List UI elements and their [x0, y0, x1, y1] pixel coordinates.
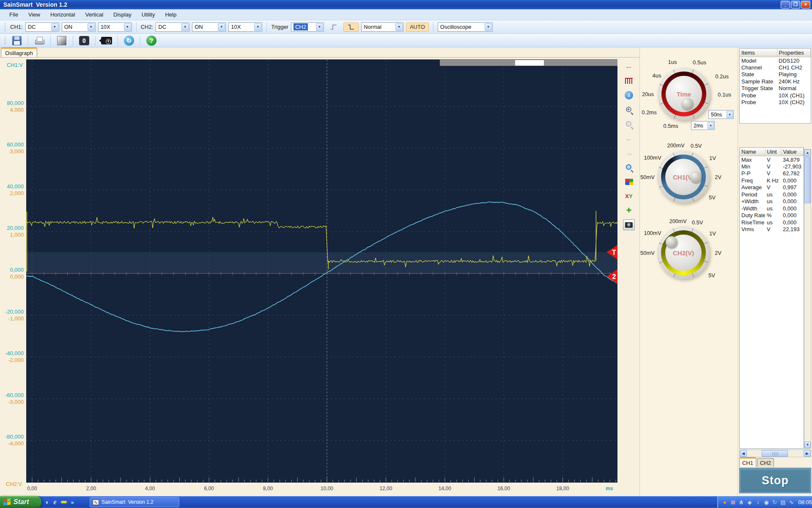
mouse-icon[interactable]: ∿	[788, 499, 795, 505]
volume-icon[interactable]: ♪	[755, 499, 761, 505]
timebase-select[interactable]: 2ms▼	[691, 121, 715, 130]
scrollbar-thumb[interactable]	[804, 157, 811, 203]
table-row[interactable]: Probe10X (CH2)	[740, 99, 811, 106]
taskbar-task-sainsmart[interactable]: ∿ SainSmart Version 1.2	[90, 497, 179, 507]
trigger-mode-select[interactable]: Normal▼	[361, 22, 403, 32]
info-button[interactable]: i	[623, 90, 635, 101]
chevron-down-icon[interactable]: ▼	[88, 23, 95, 31]
table-row[interactable]: ChannelCH1 CH2	[740, 64, 811, 71]
ch2-state-select[interactable]: ON▼	[192, 22, 226, 32]
stop-button[interactable]: Stop	[739, 468, 811, 493]
chevron-down-icon[interactable]: ▼	[395, 23, 403, 31]
panel-hscrollbar[interactable]: ◀ ▶	[739, 450, 811, 457]
snapshot-button[interactable]	[623, 219, 635, 230]
undo-button[interactable]: ←	[623, 133, 635, 144]
scroll-down-icon[interactable]: ▼	[804, 442, 811, 448]
update-icon[interactable]: ●	[721, 499, 728, 505]
plot-scrollbar[interactable]	[440, 60, 617, 66]
scrollbar-thumb[interactable]	[762, 450, 788, 457]
table-row[interactable]: P-PV62,782	[740, 170, 804, 177]
minimize-button[interactable]: _	[781, 1, 790, 8]
menu-utility[interactable]: Utility	[137, 10, 160, 19]
signal-icon[interactable]: ⋔	[738, 499, 744, 505]
zoom-out-button[interactable]: −	[623, 119, 635, 130]
chevron-down-icon[interactable]: ▼	[218, 23, 225, 31]
internet-explorer-icon[interactable]: e	[53, 498, 56, 506]
time-knob-indicator[interactable]	[681, 98, 693, 110]
restore-button[interactable]: ❐	[791, 1, 800, 8]
time-knob[interactable]: Time	[658, 68, 710, 120]
plot-canvas[interactable]: T2	[26, 60, 617, 483]
scroll-up-icon[interactable]: ▲	[804, 149, 811, 156]
table-row[interactable]: MinV-27,903	[740, 163, 804, 170]
ch2-volts-knob[interactable]: CH2(V)	[657, 226, 710, 279]
table-row[interactable]: VrmsV22,193	[740, 226, 804, 233]
network-offline-icon[interactable]: ⊠	[730, 499, 736, 505]
menu-vertical[interactable]: Vertical	[80, 10, 108, 19]
waveform-plot[interactable]: T2	[26, 59, 617, 483]
table-row[interactable]: -Widthus0,000	[740, 205, 804, 212]
refresh-button[interactable]: ↻	[123, 35, 135, 46]
table-row[interactable]: ModelDDS120	[740, 57, 811, 64]
scroll-right-icon[interactable]: ▶	[804, 450, 811, 457]
xy-mode-button[interactable]: XY	[623, 190, 635, 202]
cd-player-icon[interactable]: ◉	[763, 499, 770, 505]
sync-icon[interactable]: ↻	[771, 499, 778, 505]
table-row[interactable]: FreqK Hz0,000	[740, 177, 804, 184]
chevron-down-icon[interactable]: ▼	[51, 23, 58, 31]
background-button[interactable]	[56, 35, 68, 46]
close-button[interactable]: ×	[801, 1, 810, 8]
storage-icon[interactable]: ▤	[780, 499, 786, 505]
chevron-more-icon[interactable]: »	[71, 499, 74, 505]
plot-scrollbar-thumb[interactable]	[515, 60, 544, 66]
chevron-down-icon[interactable]: ▼	[181, 23, 189, 31]
search-button[interactable]	[623, 162, 635, 173]
tab-ch2[interactable]: CH2	[757, 458, 774, 467]
ch1-volts-knob[interactable]: CH1(V)	[657, 151, 710, 203]
scroll-left-icon[interactable]: ◀	[740, 450, 747, 457]
trigger-slope-rising-button[interactable]	[326, 22, 341, 32]
ch2-knob-indicator[interactable]	[666, 236, 678, 248]
record-button[interactable]	[101, 35, 112, 46]
menu-help[interactable]: Help	[160, 10, 181, 19]
chevron-down-icon[interactable]: ▼	[485, 23, 492, 31]
table-row[interactable]: AverageV0,997	[740, 184, 804, 191]
col-header-items[interactable]: Items	[740, 49, 777, 57]
measurements-scrollbar[interactable]: ▲ ▼	[804, 149, 811, 449]
ch1-knob-indicator[interactable]	[690, 171, 702, 183]
menu-view[interactable]: View	[23, 10, 45, 19]
ch2-probe-select[interactable]: 10X▼	[228, 22, 262, 32]
redo-button[interactable]: →	[623, 147, 635, 158]
menu-display[interactable]: Display	[108, 10, 137, 19]
ch1-probe-select[interactable]: 10X▼	[98, 22, 132, 32]
add-button[interactable]: +	[623, 205, 635, 216]
col-header-properties[interactable]: Properties	[777, 49, 811, 57]
chevron-down-icon[interactable]: ▼	[727, 111, 733, 118]
table-row[interactable]: MaxV34,879	[740, 156, 804, 163]
chevron-down-icon[interactable]: ▼	[124, 23, 131, 31]
ch2-coupling-select[interactable]: DC▼	[156, 22, 189, 32]
col-header-uint[interactable]: Uint	[765, 148, 781, 156]
trigger-slope-falling-button[interactable]	[343, 22, 359, 32]
trigger-source-select[interactable]: CH2▼	[291, 22, 324, 32]
col-header-name[interactable]: Name	[740, 148, 765, 156]
table-row[interactable]: RiseTimeus0,000	[740, 219, 804, 226]
horizontal-expand-button[interactable]: ↔	[623, 61, 635, 72]
quick-launch-app-icon[interactable]: ◐	[46, 499, 49, 505]
print-button[interactable]	[33, 35, 45, 46]
start-button[interactable]: Start	[0, 496, 41, 508]
ch1-state-select[interactable]: ON▼	[62, 22, 96, 32]
device-mode-select[interactable]: Oscilloscope▼	[438, 22, 493, 32]
clock[interactable]: 08:05	[798, 499, 812, 505]
col-header-value[interactable]: Value	[781, 148, 804, 156]
table-row[interactable]: Periodus0,000	[740, 191, 804, 198]
chevron-down-icon[interactable]: ▼	[316, 23, 323, 31]
auto-button[interactable]: AUTO	[406, 22, 429, 32]
diamond-icon[interactable]: ◆	[746, 499, 753, 505]
chevron-down-icon[interactable]: ▼	[708, 122, 714, 129]
table-row[interactable]: +Widthus0,000	[740, 198, 804, 205]
counter-button[interactable]: 0	[78, 35, 90, 46]
chevron-down-icon[interactable]: ▼	[254, 23, 261, 31]
table-row[interactable]: Sample Rate240K Hz	[740, 78, 811, 85]
table-row[interactable]: Duty Rate%0,000	[740, 212, 804, 219]
